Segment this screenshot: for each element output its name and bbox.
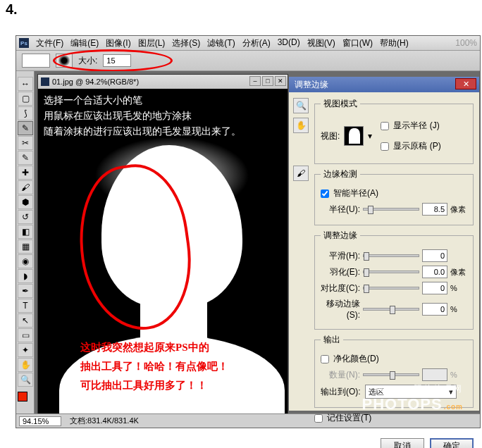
status-doc-info: 文档:831.4K/831.4K: [70, 416, 139, 426]
feather-label: 羽化(E):: [321, 266, 360, 278]
brush-tool[interactable]: 🖌: [18, 180, 33, 194]
eraser-tool[interactable]: ◧: [18, 225, 33, 239]
annotation-text-2: 抽出工具了！哈哈！有点像吧！: [80, 360, 228, 373]
contrast-slider[interactable]: [363, 287, 419, 290]
dialog-close-button[interactable]: ✕: [455, 78, 476, 89]
smooth-input[interactable]: [422, 249, 447, 262]
view-mode-picker[interactable]: [344, 126, 364, 146]
brush-preview-icon: [57, 56, 71, 66]
annotation-text-1: 这时我突然想起原来PS中的: [80, 341, 209, 354]
color-swatches[interactable]: [16, 390, 34, 403]
chevron-down-icon[interactable]: ▾: [368, 131, 372, 141]
3d-tool[interactable]: ✦: [18, 343, 33, 357]
adjust-edge-group: 调整边缘 平滑(H): 羽化(E): 像素 对比度(C):: [314, 230, 474, 330]
amount-slider: [363, 373, 419, 376]
refine-edge-dialog: 调整边缘 ✕ 🔍 ✋ 🖌 视图模式 视图: ▾ 显示半径 (J) 显示原稿 (P…: [288, 77, 480, 411]
lasso-tool[interactable]: ⟆: [18, 106, 33, 120]
eyedropper-tool[interactable]: ✎: [18, 151, 33, 165]
menu-image[interactable]: 图像(I): [103, 36, 133, 51]
heal-tool[interactable]: ✚: [18, 166, 33, 180]
instruction-2: 用鼠标在应该出现毛发的地方涂抹: [44, 110, 192, 123]
cancel-button[interactable]: 取消: [381, 438, 424, 448]
shift-unit: %: [450, 305, 467, 313]
foreground-color[interactable]: [18, 392, 27, 402]
feather-unit: 像素: [450, 267, 467, 278]
contrast-input[interactable]: [422, 282, 447, 294]
type-tool[interactable]: T: [18, 299, 33, 313]
status-zoom[interactable]: 94.15%: [19, 416, 61, 426]
blur-tool[interactable]: ◉: [18, 254, 33, 268]
smooth-slider[interactable]: [363, 254, 419, 257]
menu-3d[interactable]: 3D(D): [275, 36, 303, 51]
minimize-button[interactable]: –: [249, 76, 261, 86]
brush-picker[interactable]: [56, 54, 73, 68]
show-original-checkbox[interactable]: [381, 142, 389, 151]
hand-tool-dialog[interactable]: ✋: [293, 118, 309, 133]
pen-tool[interactable]: ✒: [18, 284, 33, 298]
crop-tool[interactable]: ✂: [18, 136, 33, 150]
remember-checkbox[interactable]: [314, 414, 323, 423]
menu-help[interactable]: 帮助(H): [377, 36, 412, 51]
ok-button[interactable]: 确定: [430, 438, 474, 448]
app-zoom: 100%: [455, 38, 477, 48]
step-number: 4.: [6, 1, 18, 18]
shift-input[interactable]: [422, 303, 447, 316]
path-tool[interactable]: ↖: [18, 313, 33, 328]
radius-input[interactable]: [422, 203, 447, 216]
show-radius-label: 显示半径 (J): [393, 120, 439, 132]
quick-select-tool[interactable]: ✎: [18, 121, 33, 135]
annotation-text-3: 可比抽出工具好用多了！！: [80, 379, 207, 392]
tool-preset-picker[interactable]: [22, 54, 50, 68]
dodge-tool[interactable]: ◗: [18, 269, 33, 283]
show-radius-checkbox[interactable]: [381, 122, 389, 130]
ps-logo-icon: Ps: [19, 38, 29, 48]
menu-layer[interactable]: 图层(L): [135, 36, 168, 51]
menu-select[interactable]: 选择(S): [169, 36, 203, 51]
decontaminate-checkbox[interactable]: [321, 355, 329, 363]
feather-slider[interactable]: [363, 270, 419, 273]
smart-radius-checkbox[interactable]: [321, 189, 329, 198]
show-original-label: 显示原稿 (P): [393, 140, 440, 152]
stamp-tool[interactable]: ⬢: [18, 195, 33, 209]
radius-slider[interactable]: [363, 208, 419, 211]
contrast-label: 对比度(C):: [321, 282, 360, 294]
menu-window[interactable]: 窗口(W): [340, 36, 376, 51]
menu-view[interactable]: 视图(V): [304, 36, 338, 51]
menu-edit[interactable]: 编辑(E): [68, 36, 101, 51]
shift-slider[interactable]: [363, 308, 419, 311]
amount-label: 数量(N):: [321, 369, 360, 381]
decontaminate-label: 净化颜色(D): [333, 353, 379, 365]
shift-label: 移动边缘(S):: [321, 298, 360, 320]
zoom-tool[interactable]: 🔍: [18, 373, 33, 387]
marquee-tool[interactable]: ▢: [18, 92, 33, 106]
instruction-1: 选择一个合适大小的笔: [44, 94, 142, 107]
edge-detect-legend: 边缘检测: [321, 168, 360, 180]
smart-radius-label: 智能半径(A): [333, 187, 378, 199]
photoshop-window: Ps 文件(F) 编辑(E) 图像(I) 图层(L) 选择(S) 滤镜(T) 分…: [16, 35, 481, 428]
zoom-tool-dialog[interactable]: 🔍: [293, 98, 309, 113]
feather-input[interactable]: [422, 266, 447, 278]
smooth-label: 平滑(H):: [321, 250, 360, 262]
output-to-label: 输出到(O):: [321, 386, 361, 398]
shape-tool[interactable]: ▭: [18, 328, 33, 342]
dialog-titlebar[interactable]: 调整边缘 ✕: [289, 77, 479, 92]
document-titlebar: 01.jpg @ 94.2%(RGB/8*) – □ ✕: [38, 75, 288, 89]
menu-filter[interactable]: 滤镜(T): [204, 36, 237, 51]
amount-input: [422, 368, 447, 381]
menu-analysis[interactable]: 分析(A): [240, 36, 273, 51]
refine-brush-tool[interactable]: 🖌: [293, 166, 309, 181]
canvas[interactable]: 选择一个合适大小的笔 用鼠标在应该出现毛发的地方涂抹 随着涂抹的进行应该出现的毛…: [38, 89, 288, 424]
maximize-button[interactable]: □: [262, 76, 273, 86]
hand-tool[interactable]: ✋: [18, 358, 33, 372]
document-icon: [41, 77, 49, 86]
gradient-tool[interactable]: ▦: [18, 239, 33, 254]
menu-file[interactable]: 文件(F): [33, 36, 66, 51]
brush-size-input[interactable]: [103, 54, 131, 67]
move-tool[interactable]: ↔: [18, 77, 33, 91]
view-mode-legend: 视图模式: [321, 98, 360, 110]
history-brush-tool[interactable]: ↺: [18, 210, 33, 224]
document-title: 01.jpg @ 94.2%(RGB/8*): [52, 77, 139, 86]
close-button[interactable]: ✕: [275, 76, 286, 86]
options-bar: 大小:: [16, 50, 480, 71]
amount-unit: %: [450, 371, 467, 379]
